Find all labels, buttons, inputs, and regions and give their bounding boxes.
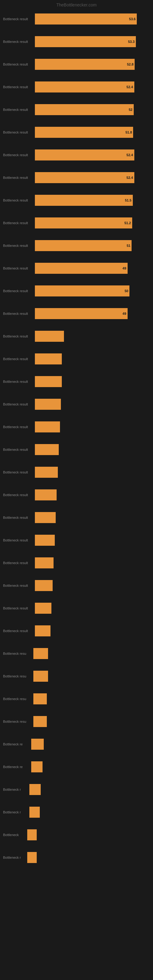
- bar-row: Bottleneck resu: [3, 646, 150, 662]
- bar-row: Bottleneck result: [3, 555, 150, 571]
- bar-row: Bottleneck result51.5: [3, 192, 150, 208]
- row-spacer: [3, 640, 150, 646]
- bar-row: Bottleneck result52: [3, 102, 150, 118]
- bar-row: Bottleneck result52.4: [3, 147, 150, 163]
- bar-wrapper: [35, 444, 150, 455]
- bar-wrapper: [33, 671, 150, 682]
- row-spacer: [3, 209, 150, 215]
- bar-label: Bottleneck result: [3, 153, 33, 157]
- bar-fill: [29, 807, 40, 818]
- row-spacer: [3, 458, 150, 464]
- bar-wrapper: 53.6: [35, 13, 150, 24]
- row-spacer: [3, 254, 150, 260]
- bar-wrapper: [29, 807, 150, 818]
- bar-row: Bottleneck re: [3, 736, 150, 752]
- bar-row: Bottleneck resu: [3, 691, 150, 707]
- bar-label: Bottleneck re: [3, 742, 30, 746]
- bar-fill: 52.4: [35, 150, 134, 161]
- bar-fill: 52.4: [35, 81, 134, 92]
- row-spacer: [3, 322, 150, 328]
- bar-fill: 52: [35, 104, 134, 115]
- bar-label: Bottleneck result: [3, 221, 33, 225]
- bar-fill: 53.6: [35, 13, 137, 24]
- bar-wrapper: [35, 467, 150, 478]
- bar-row: Bottleneck r: [3, 781, 150, 797]
- bar-wrapper: [31, 739, 150, 750]
- bar-fill: 49: [35, 263, 128, 274]
- bar-wrapper: [35, 557, 150, 568]
- bar-wrapper: [31, 761, 150, 772]
- bar-fill: 51.2: [35, 218, 132, 229]
- bar-fill: [27, 829, 37, 840]
- bar-label: Bottleneck result: [3, 516, 33, 519]
- bar-value: 49: [123, 266, 126, 270]
- bar-label: Bottleneck resu: [3, 652, 32, 655]
- bar-wrapper: [35, 535, 150, 546]
- row-spacer: [3, 73, 150, 79]
- bar-row: Bottleneck result: [3, 351, 150, 367]
- bar-wrapper: [35, 489, 150, 500]
- bar-label: Bottleneck result: [3, 85, 33, 89]
- bar-row: Bottleneck: [3, 827, 150, 843]
- row-spacer: [3, 299, 150, 305]
- row-spacer: [3, 27, 150, 34]
- bar-row: Bottleneck result52.8: [3, 56, 150, 72]
- bar-wrapper: 49: [35, 263, 150, 274]
- row-spacer: [3, 594, 150, 600]
- bar-label: Bottleneck result: [3, 62, 33, 66]
- bar-label: Bottleneck: [3, 833, 26, 837]
- row-spacer: [3, 617, 150, 623]
- bar-wrapper: [35, 625, 150, 636]
- bar-label: Bottleneck result: [3, 402, 33, 406]
- bar-row: Bottleneck result: [3, 487, 150, 503]
- bar-row: Bottleneck result: [3, 419, 150, 435]
- bar-row: Bottleneck result51: [3, 238, 150, 254]
- site-title: TheBottlenecker.com: [56, 2, 97, 7]
- bar-value: 52.4: [126, 85, 133, 89]
- bar-row: Bottleneck result53.3: [3, 34, 150, 49]
- bar-row: Bottleneck re: [3, 759, 150, 775]
- bar-fill: 53.3: [35, 36, 136, 47]
- bar-row: Bottleneck result53.6: [3, 11, 150, 27]
- row-spacer: [3, 141, 150, 147]
- bar-fill: [33, 671, 48, 682]
- bar-fill: [35, 603, 51, 614]
- bar-label: Bottleneck result: [3, 561, 33, 565]
- row-spacer: [3, 843, 150, 850]
- bar-wrapper: [35, 603, 150, 614]
- bar-wrapper: [35, 422, 150, 433]
- row-spacer: [3, 571, 150, 578]
- row-spacer: [3, 753, 150, 759]
- row-spacer: [3, 549, 150, 555]
- row-spacer: [3, 50, 150, 56]
- bar-wrapper: [27, 852, 150, 863]
- bar-fill: [33, 694, 47, 705]
- bar-row: Bottleneck result: [3, 578, 150, 593]
- bar-value: 49: [123, 312, 126, 315]
- bar-label: Bottleneck re: [3, 765, 30, 769]
- bar-fill: [35, 512, 56, 523]
- bar-fill: [35, 535, 55, 546]
- bar-wrapper: 51.2: [35, 218, 150, 229]
- bar-fill: 49: [35, 308, 128, 319]
- bar-row: Bottleneck result: [3, 442, 150, 458]
- bar-label: Bottleneck result: [3, 357, 33, 361]
- bar-fill: [35, 557, 54, 568]
- bar-wrapper: 52.4: [35, 150, 150, 161]
- bar-fill: 51.5: [35, 195, 133, 206]
- bar-label: Bottleneck r: [3, 856, 26, 859]
- bar-label: Bottleneck result: [3, 312, 33, 315]
- row-spacer: [3, 821, 150, 827]
- bar-row: Bottleneck result52.4: [3, 79, 150, 95]
- bar-wrapper: 51.8: [35, 127, 150, 138]
- row-spacer: [3, 775, 150, 781]
- bar-wrapper: [29, 784, 150, 795]
- bar-wrapper: 52: [35, 104, 150, 115]
- bar-wrapper: [35, 353, 150, 364]
- bar-fill: [33, 648, 48, 659]
- bar-fill: 50: [35, 285, 129, 296]
- bar-row: Bottleneck result52.4: [3, 170, 150, 186]
- site-header: TheBottlenecker.com: [0, 0, 153, 11]
- bar-wrapper: [27, 829, 150, 840]
- bar-label: Bottleneck r: [3, 788, 28, 791]
